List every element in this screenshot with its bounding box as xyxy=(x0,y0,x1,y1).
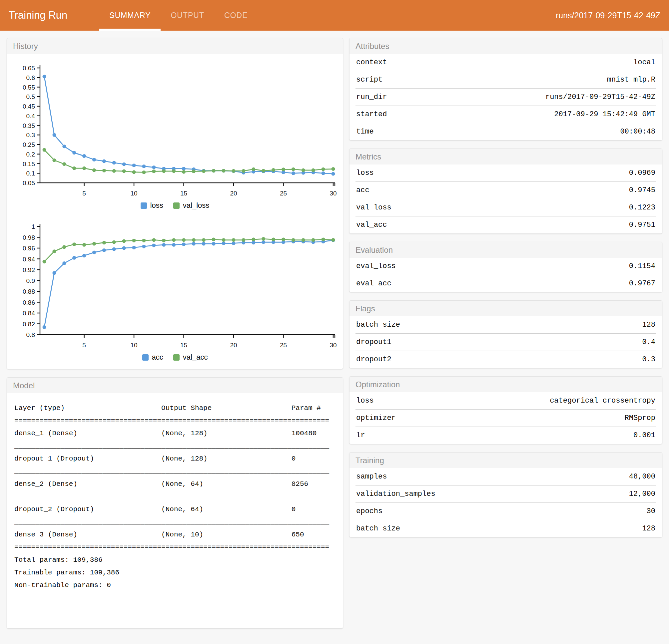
kv-row-batch_size: batch_size128 xyxy=(355,316,656,333)
kv-rows: batch_size128dropout10.4dropout20.3 xyxy=(350,316,662,368)
svg-text:0.88: 0.88 xyxy=(23,288,35,295)
svg-text:25: 25 xyxy=(280,190,287,197)
kv-row-loss: loss0.0969 xyxy=(355,164,656,181)
panel-attributes: Attributescontextlocalscriptmnist_mlp.Rr… xyxy=(349,38,662,141)
svg-text:25: 25 xyxy=(280,342,287,349)
legend-label: val_loss xyxy=(183,201,209,210)
kv-label: dropout1 xyxy=(356,338,392,346)
svg-text:30: 30 xyxy=(329,190,337,197)
kv-row-batch_size: batch_size128 xyxy=(355,520,656,537)
kv-value: 0.3 xyxy=(642,355,655,364)
panel-title-optimization: Optimization xyxy=(350,377,662,392)
tab-code[interactable]: CODE xyxy=(214,0,258,31)
svg-text:0.84: 0.84 xyxy=(23,310,35,317)
acc-chart-legend: accval_acc xyxy=(7,352,343,369)
kv-label: context xyxy=(356,58,387,67)
kv-label: epochs xyxy=(356,507,383,515)
kv-row-val_loss: val_loss0.1223 xyxy=(355,199,656,216)
kv-label: batch_size xyxy=(356,525,400,533)
kv-label: dropout2 xyxy=(356,355,392,364)
svg-text:0.92: 0.92 xyxy=(23,266,35,273)
kv-label: script xyxy=(356,76,383,84)
kv-row-validation_samples: validation_samples12,000 xyxy=(355,485,656,502)
kv-value: 0.9751 xyxy=(629,221,655,229)
kv-row-dropout2: dropout20.3 xyxy=(355,351,656,368)
legend-item-val_loss: val_loss xyxy=(173,201,209,210)
legend-label: loss xyxy=(150,201,163,210)
kv-row-run_dir: run_dirruns/2017-09-29T15-42-49Z xyxy=(355,88,656,105)
kv-row-epochs: epochs30 xyxy=(355,502,656,520)
kv-label: validation_samples xyxy=(356,490,436,498)
svg-text:1: 1 xyxy=(31,223,35,230)
svg-text:0.65: 0.65 xyxy=(23,64,35,72)
panel-title-metrics: Metrics xyxy=(350,149,662,164)
kv-value: 0.4 xyxy=(642,338,655,346)
kv-label: val_acc xyxy=(356,221,387,229)
svg-text:0.05: 0.05 xyxy=(23,179,35,187)
kv-label: eval_acc xyxy=(356,279,392,288)
svg-text:0.98: 0.98 xyxy=(23,234,35,241)
svg-text:0.82: 0.82 xyxy=(23,321,35,328)
kv-value: 128 xyxy=(642,525,655,533)
svg-text:0.96: 0.96 xyxy=(23,245,35,252)
kv-value: 0.1154 xyxy=(629,262,655,270)
svg-text:0.6: 0.6 xyxy=(26,74,35,81)
panel-title-flags: Flags xyxy=(350,301,662,316)
legend-item-acc: acc xyxy=(142,353,163,362)
kv-row-loss: losscategorical_crossentropy xyxy=(355,392,656,409)
acc-chart-container: 10.980.960.940.920.90.880.860.840.820.85… xyxy=(7,217,343,352)
kv-rows: loss0.0969acc0.9745val_loss0.1223val_acc… xyxy=(350,164,662,233)
app-title: Training Run xyxy=(9,9,67,21)
kv-row-dropout1: dropout10.4 xyxy=(355,333,656,351)
model-summary-text: Layer (type) Output Shape Param # ======… xyxy=(7,393,343,628)
svg-text:0.1: 0.1 xyxy=(26,170,35,177)
kv-row-time: time00:00:48 xyxy=(355,123,656,140)
legend-item-val_acc: val_acc xyxy=(173,353,208,362)
legend-swatch-loss xyxy=(141,203,147,209)
acc-line-chart: 10.980.960.940.920.90.880.860.840.820.85… xyxy=(8,221,341,349)
kv-label: samples xyxy=(356,472,387,481)
kv-value: mnist_mlp.R xyxy=(607,76,655,84)
kv-label: batch_size xyxy=(356,321,400,329)
svg-text:5: 5 xyxy=(82,342,86,349)
kv-row-context: contextlocal xyxy=(355,54,656,71)
panel-metrics: Metricsloss0.0969acc0.9745val_loss0.1223… xyxy=(349,148,662,234)
legend-item-loss: loss xyxy=(141,201,163,210)
kv-value: 0.9745 xyxy=(629,186,655,194)
panel-title-attributes: Attributes xyxy=(350,38,662,54)
kv-row-lr: lr0.001 xyxy=(355,427,656,444)
kv-row-started: started2017-09-29 15:42:49 GMT xyxy=(355,105,656,123)
svg-text:30: 30 xyxy=(329,342,337,349)
kv-rows: contextlocalscriptmnist_mlp.Rrun_dirruns… xyxy=(350,54,662,140)
svg-text:0.8: 0.8 xyxy=(26,331,35,338)
kv-value: 0.001 xyxy=(634,431,655,440)
svg-text:20: 20 xyxy=(230,342,237,349)
svg-text:0.25: 0.25 xyxy=(23,141,35,148)
history-panel: History 0.650.60.550.50.450.40.350.30.25… xyxy=(7,38,343,369)
run-id-label: runs/2017-09-29T15-42-49Z xyxy=(556,11,660,20)
svg-text:0.9: 0.9 xyxy=(26,277,35,284)
kv-rows: samples48,000validation_samples12,000epo… xyxy=(350,468,662,537)
history-panel-title: History xyxy=(7,38,343,54)
tab-summary[interactable]: SUMMARY xyxy=(99,0,160,31)
kv-label: optimizer xyxy=(356,414,396,422)
svg-text:0.3: 0.3 xyxy=(26,132,35,138)
svg-text:15: 15 xyxy=(180,190,187,197)
panel-training: Trainingsamples48,000validation_samples1… xyxy=(349,452,662,538)
tab-output[interactable]: OUTPUT xyxy=(160,0,214,31)
svg-text:0.94: 0.94 xyxy=(23,256,35,263)
kv-value: 48,000 xyxy=(629,472,655,481)
loss-line-chart: 0.650.60.550.50.450.40.350.30.250.20.150… xyxy=(8,58,341,197)
kv-label: loss xyxy=(356,397,374,405)
kv-value: categorical_crossentropy xyxy=(550,397,655,405)
svg-text:0.45: 0.45 xyxy=(23,103,35,110)
panel-flags: Flagsbatch_size128dropout10.4dropout20.3 xyxy=(349,301,662,368)
legend-label: acc xyxy=(152,353,163,362)
kv-value: 0.1223 xyxy=(629,203,655,212)
svg-text:0.15: 0.15 xyxy=(23,161,35,167)
kv-rows: losscategorical_crossentropyoptimizerRMS… xyxy=(350,392,662,444)
svg-text:0.86: 0.86 xyxy=(23,299,35,306)
kv-label: loss xyxy=(356,169,374,177)
svg-text:0.5: 0.5 xyxy=(26,93,35,100)
svg-text:0.4: 0.4 xyxy=(26,113,35,119)
